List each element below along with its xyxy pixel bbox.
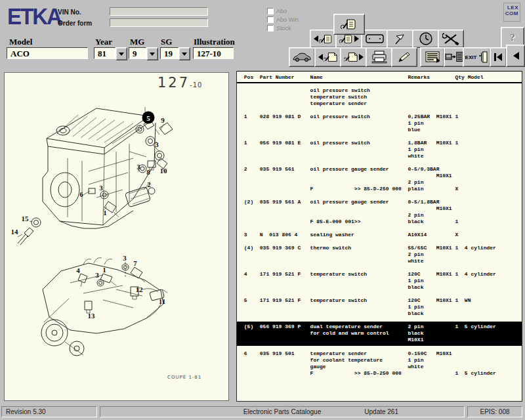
table-row-line: white bbox=[241, 258, 518, 264]
table-row-line: 1 pin bbox=[241, 146, 518, 153]
callout-5-selected[interactable]: 5 bbox=[142, 112, 155, 124]
checkbox-abo-win[interactable]: Abo Win bbox=[267, 15, 299, 24]
table-row-line: 1 056 919 081 E oil pressure switch 1,8B… bbox=[241, 140, 518, 146]
table-row[interactable]: 1 056 919 081 E oil pressure switch 1,8B… bbox=[241, 140, 518, 159]
table-row[interactable]: 6 035 919 501 temperature sender 0-150C … bbox=[241, 350, 518, 377]
illustration-next-button[interactable] bbox=[340, 47, 367, 67]
callout-3[interactable]: 3 bbox=[123, 254, 127, 262]
back-button[interactable] bbox=[506, 45, 525, 67]
pencil-button[interactable] bbox=[391, 47, 417, 67]
table-row-line: 6 035 919 501 temperature sender 0-150C … bbox=[241, 350, 518, 357]
parts-list-prev-button[interactable] bbox=[310, 30, 337, 48]
callout-7[interactable]: 7 bbox=[133, 259, 137, 267]
callout-3[interactable]: 3 bbox=[155, 140, 159, 148]
exit-button[interactable]: EXIT bbox=[463, 47, 490, 67]
print-button[interactable] bbox=[366, 47, 392, 67]
illustration-number-sub: -10 bbox=[190, 81, 202, 89]
etka-window: ETKA VIN No. Order form AboAbo WinStock … bbox=[0, 0, 525, 420]
arrow-right-icon bbox=[359, 54, 364, 60]
wrench-page-icon bbox=[344, 51, 358, 63]
sg-combo-arrow[interactable] bbox=[178, 47, 190, 60]
callout-1[interactable]: 1 bbox=[103, 209, 107, 217]
table-row-line: 1 pin bbox=[241, 304, 518, 310]
status-update: Update 261 bbox=[364, 407, 398, 417]
callout-12[interactable]: 12 bbox=[136, 285, 143, 293]
table-row-line: 2 pin bbox=[241, 212, 518, 219]
checkbox-stock[interactable]: Stock bbox=[267, 24, 299, 32]
car-button[interactable] bbox=[289, 47, 315, 67]
table-row[interactable]: (2) 035 919 561 A oil pressure gauge sen… bbox=[241, 199, 518, 225]
checkbox-box[interactable] bbox=[267, 25, 274, 32]
illustration-panel[interactable]: 127-10 bbox=[4, 72, 229, 401]
option-checkboxes: AboAbo WinStock bbox=[267, 7, 299, 32]
checkbox-box[interactable] bbox=[267, 16, 274, 23]
tools-button[interactable] bbox=[438, 30, 464, 48]
table-row[interactable]: 4 171 919 521 F temperature switch 120C … bbox=[241, 271, 518, 291]
status-bar: Revision 5.30 Electronic Parts Catalogue… bbox=[0, 406, 525, 419]
arrow-right-icon bbox=[354, 35, 359, 42]
callout-3[interactable]: 3 bbox=[99, 184, 103, 192]
clock-button[interactable] bbox=[412, 30, 439, 48]
vin-input[interactable] bbox=[110, 7, 208, 16]
callout-1[interactable]: 1 bbox=[102, 266, 106, 274]
table-row-line: (4) 035 919 369 C thermo switch 55/65C M… bbox=[241, 245, 518, 251]
callout-3[interactable]: 3 bbox=[136, 163, 140, 171]
flag-button[interactable] bbox=[387, 30, 413, 48]
table-row-line: oil pressure switch bbox=[241, 87, 518, 94]
data-transfer-button[interactable] bbox=[444, 47, 464, 67]
callout-13[interactable]: 13 bbox=[88, 312, 95, 320]
lexcom-logo: LEX COM bbox=[503, 3, 520, 22]
chevron-down-icon bbox=[150, 52, 155, 56]
table-row[interactable]: 2 035 919 561 oil pressure gauge sender … bbox=[241, 166, 518, 192]
callout-11[interactable]: 11 bbox=[159, 297, 165, 305]
illustration-prev-button[interactable] bbox=[314, 47, 341, 67]
printer-icon bbox=[371, 51, 388, 64]
callout-6[interactable]: 6 bbox=[79, 190, 83, 198]
table-row[interactable]: (4) 035 919 369 C thermo switch 55/65C M… bbox=[241, 245, 518, 264]
callout-8[interactable]: 8 bbox=[146, 168, 150, 176]
back-arrow-icon bbox=[512, 51, 520, 60]
chevron-down-icon bbox=[182, 52, 187, 56]
parts-list-active-button[interactable] bbox=[333, 14, 365, 35]
table-row[interactable]: oil pressure switch temperature switch t… bbox=[241, 87, 518, 107]
table-row-line: 4 171 919 521 F temperature switch 120C … bbox=[241, 271, 518, 278]
mg-combo-value[interactable]: 9 bbox=[129, 47, 146, 59]
callout-10[interactable]: 10 bbox=[160, 167, 167, 175]
pencil-icon bbox=[396, 51, 412, 64]
callout-15[interactable]: 15 bbox=[22, 215, 29, 222]
callout-4[interactable]: 4 bbox=[76, 266, 80, 274]
table-row-line: F >> 85-D-250 000 1 5 cylinder bbox=[241, 370, 518, 377]
table-row-selected[interactable]: (5) 056 919 369 P dual temperature sende… bbox=[237, 322, 522, 346]
clock-icon bbox=[419, 32, 433, 46]
table-row-line: F >> 85-D-250 000 plain X bbox=[241, 186, 518, 192]
callout-14[interactable]: 14 bbox=[11, 228, 18, 236]
year-label: Year bbox=[95, 37, 112, 47]
table-row[interactable]: 3 N 013 806 4 sealing washer A10X14 X bbox=[241, 232, 518, 238]
year-combo-arrow[interactable] bbox=[116, 47, 127, 60]
sg-combo-value[interactable]: 19 bbox=[160, 47, 178, 59]
model-input[interactable]: ACO bbox=[7, 47, 88, 59]
table-row[interactable]: 1 028 919 081 D oil pressure switch 0,25… bbox=[241, 114, 518, 133]
illustration-input[interactable]: 127-10 bbox=[193, 47, 234, 59]
wrench-book-icon bbox=[339, 33, 354, 45]
callout-9[interactable]: 9 bbox=[161, 116, 165, 124]
year-combo-value[interactable]: 81 bbox=[94, 47, 116, 59]
engine-bottom-sensors bbox=[78, 262, 167, 313]
table-row-line: (5) 056 919 369 P dual temperature sende… bbox=[241, 324, 518, 330]
order-form-input[interactable] bbox=[110, 18, 208, 27]
mg-combo-arrow[interactable] bbox=[146, 47, 158, 60]
license-plate-button[interactable] bbox=[361, 30, 388, 48]
car-icon bbox=[292, 52, 312, 62]
exit-label: EXIT bbox=[465, 54, 477, 60]
parts-list-button[interactable] bbox=[420, 47, 444, 67]
wrench-page-icon bbox=[324, 51, 338, 63]
first-record-button[interactable] bbox=[490, 47, 507, 67]
callout-3[interactable]: 3 bbox=[95, 271, 99, 279]
checkbox-abo[interactable]: Abo bbox=[267, 7, 299, 15]
callout-2[interactable]: 2 bbox=[147, 180, 151, 188]
checkbox-box[interactable] bbox=[267, 8, 274, 14]
table-row-line: M10X1 bbox=[241, 337, 518, 343]
status-revision: Revision 5.30 bbox=[1, 406, 97, 417]
table-row[interactable]: 5 171 919 521 F temperature switch 120C … bbox=[241, 297, 518, 317]
license-plate-icon bbox=[365, 33, 385, 44]
